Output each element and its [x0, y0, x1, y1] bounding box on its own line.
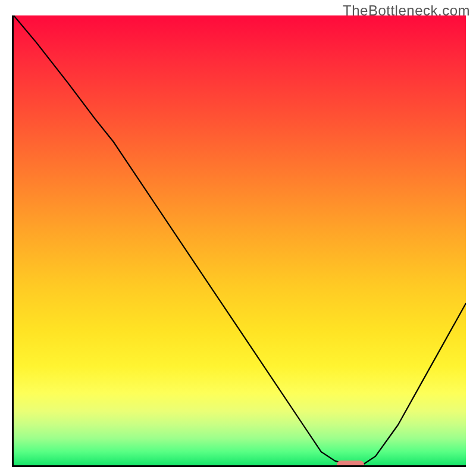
curve-layer [14, 15, 466, 465]
chart-stage: TheBottleneck.com [0, 0, 476, 476]
optimal-range-marker [337, 461, 364, 467]
plot-area [12, 15, 466, 467]
bottleneck-curve [14, 15, 466, 465]
